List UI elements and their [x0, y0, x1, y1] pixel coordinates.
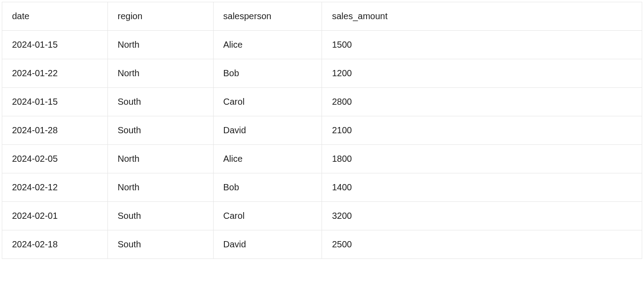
- table-row: 2024-02-12 North Bob 1400: [2, 173, 642, 202]
- cell-date: 2024-01-28: [2, 116, 108, 145]
- column-header-sales_amount: sales_amount: [322, 2, 642, 31]
- cell-region: South: [107, 88, 213, 116]
- table-header: date region salesperson sales_amount: [2, 2, 642, 31]
- cell-sales_amount: 1400: [322, 173, 642, 202]
- table-row: 2024-01-22 North Bob 1200: [2, 59, 642, 88]
- cell-region: North: [107, 31, 213, 59]
- cell-salesperson: Carol: [213, 202, 322, 230]
- cell-region: North: [107, 59, 213, 88]
- cell-region: North: [107, 173, 213, 202]
- cell-sales_amount: 3200: [322, 202, 642, 230]
- table-row: 2024-01-15 South Carol 2800: [2, 88, 642, 116]
- column-header-salesperson: salesperson: [213, 2, 322, 31]
- cell-salesperson: Alice: [213, 145, 322, 173]
- cell-sales_amount: 2100: [322, 116, 642, 145]
- table-header-row: date region salesperson sales_amount: [2, 2, 642, 31]
- cell-region: North: [107, 145, 213, 173]
- data-table: date region salesperson sales_amount 202…: [2, 2, 642, 259]
- table-row: 2024-02-18 South David 2500: [2, 230, 642, 259]
- cell-salesperson: Alice: [213, 31, 322, 59]
- table-row: 2024-01-15 North Alice 1500: [2, 31, 642, 59]
- column-header-date: date: [2, 2, 108, 31]
- cell-sales_amount: 2500: [322, 230, 642, 259]
- cell-sales_amount: 2800: [322, 88, 642, 116]
- cell-date: 2024-01-15: [2, 88, 108, 116]
- cell-salesperson: Bob: [213, 59, 322, 88]
- cell-date: 2024-01-22: [2, 59, 108, 88]
- cell-date: 2024-01-15: [2, 31, 108, 59]
- cell-salesperson: David: [213, 230, 322, 259]
- cell-date: 2024-02-18: [2, 230, 108, 259]
- column-header-region: region: [107, 2, 213, 31]
- table-row: 2024-02-05 North Alice 1800: [2, 145, 642, 173]
- table-row: 2024-01-28 South David 2100: [2, 116, 642, 145]
- cell-date: 2024-02-05: [2, 145, 108, 173]
- cell-region: South: [107, 116, 213, 145]
- table-row: 2024-02-01 South Carol 3200: [2, 202, 642, 230]
- cell-region: South: [107, 230, 213, 259]
- cell-region: South: [107, 202, 213, 230]
- cell-salesperson: Carol: [213, 88, 322, 116]
- table-body: 2024-01-15 North Alice 1500 2024-01-22 N…: [2, 31, 642, 259]
- cell-salesperson: David: [213, 116, 322, 145]
- cell-salesperson: Bob: [213, 173, 322, 202]
- cell-date: 2024-02-12: [2, 173, 108, 202]
- cell-sales_amount: 1200: [322, 59, 642, 88]
- cell-sales_amount: 1800: [322, 145, 642, 173]
- cell-date: 2024-02-01: [2, 202, 108, 230]
- cell-sales_amount: 1500: [322, 31, 642, 59]
